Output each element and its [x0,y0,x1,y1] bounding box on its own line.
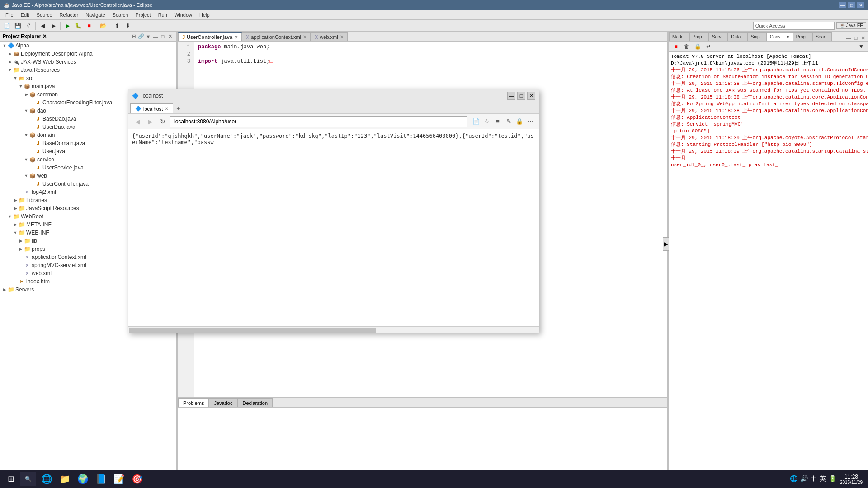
prev-annotation-button[interactable]: ⬆ [112,21,122,31]
expand-web[interactable]: ▼ [24,173,29,178]
forward-button[interactable]: ▶ [48,21,58,31]
menu-edit[interactable]: Edit [17,11,33,19]
more-icon[interactable]: ⋯ [525,117,535,127]
taskbar-app-onenote[interactable]: 📘 [92,470,109,488]
edit-icon[interactable]: ✎ [504,117,514,127]
next-annotation-button[interactable]: ⬇ [123,21,133,31]
right-panel-maximize[interactable]: □ [853,35,859,41]
quick-access-input[interactable]: Quick Access [753,22,835,30]
tab-user-controller-close[interactable]: ✕ [234,35,238,40]
taskbar-network-icon[interactable]: 🌐 [790,475,797,483]
tree-item-deployment[interactable]: ▶ 📦 Deployment Descriptor: Alpha [0,50,176,58]
right-tab-servers[interactable]: Serv... [709,32,728,41]
security-icon[interactable]: 🔒 [514,117,524,127]
taskbar-app-file-explorer[interactable]: 📁 [56,470,73,488]
right-tab-search[interactable]: Sear... [812,32,832,41]
menu-source[interactable]: Source [33,11,56,19]
maximize-button[interactable]: □ [848,2,855,8]
menu-search[interactable]: Search [109,11,132,19]
menu-window[interactable]: Window [171,11,196,19]
browser-close-button[interactable]: ✕ [527,92,535,100]
right-tab-data[interactable]: Data... [728,32,747,41]
expand-lib[interactable]: ▶ [18,238,24,244]
collapse-all-button[interactable]: ⊟ [131,33,137,40]
taskbar-app-chrome[interactable]: 🌍 [74,470,91,488]
close-button[interactable]: ✕ [857,2,864,8]
bottom-tab-problems[interactable]: Problems [178,398,209,407]
expand-web-inf[interactable]: ▼ [13,230,18,235]
right-panel-minimize[interactable]: — [845,35,852,41]
debug-button[interactable]: 🐛 [73,21,83,31]
menu-navigate[interactable]: Navigate [82,11,108,19]
run-button[interactable]: ▶ [62,21,72,31]
browser-horizontal-scrollbar[interactable] [128,326,539,333]
console-stop-button[interactable]: ■ [671,42,681,52]
right-panel-close[interactable]: ✕ [860,35,866,41]
back-button[interactable]: ◀ [38,21,47,31]
browser-address-bar[interactable] [170,116,467,127]
bottom-tab-declaration[interactable]: Declaration [237,398,273,407]
right-tab-markers[interactable]: Mark... [669,32,689,41]
tab-web-xml[interactable]: X web.xml ✕ [311,32,348,41]
expand-domain[interactable]: ▼ [24,132,29,138]
browser-maximize-button[interactable]: □ [517,92,525,100]
right-tab-console-close[interactable]: ✕ [786,35,790,39]
expand-java-resources[interactable]: ▼ [7,67,13,73]
expand-js-resources[interactable]: ▶ [13,206,18,211]
expand-jaxws[interactable]: ▶ [7,59,13,65]
nav-menu-icon[interactable]: ≡ [493,117,503,127]
tree-item-alpha[interactable]: ▼ 🔷 Alpha [0,42,176,50]
expand-servers[interactable]: ▶ [2,287,7,292]
browser-minimize-button[interactable]: — [507,92,515,100]
taskbar-ime-en-icon[interactable]: 英 [820,475,826,483]
taskbar-app-edge[interactable]: 🌐 [38,470,55,488]
browser-refresh-button[interactable]: ↻ [157,116,168,127]
tab-web-xml-close[interactable]: ✕ [340,34,344,39]
expand-props[interactable]: ▶ [18,246,24,252]
bookmark-icon[interactable]: ☆ [482,117,492,127]
console-scroll-lock-button[interactable]: 🔒 [693,42,703,52]
expand-src[interactable]: ▼ [13,75,18,81]
expand-main-java[interactable]: ▼ [18,84,24,89]
right-tab-progress[interactable]: Prog... [793,32,812,41]
menu-refactor[interactable]: Refactor [56,11,82,19]
bottom-tab-javadoc[interactable]: Javadoc [209,398,237,407]
taskbar-clock[interactable]: 11:28 2015/11/29 [840,474,863,485]
right-tab-properties[interactable]: Prop... [689,32,709,41]
tab-app-context-close[interactable]: ✕ [303,34,307,39]
browser-forward-button[interactable]: ▶ [145,116,156,127]
console-word-wrap-button[interactable]: ↵ [703,42,713,52]
expand-meta-inf[interactable]: ▶ [13,222,18,227]
reader-icon[interactable]: 📄 [471,117,481,127]
open-button[interactable]: 📂 [98,21,108,31]
taskbar-battery-icon[interactable]: 🔋 [829,475,836,483]
tree-item-java-resources[interactable]: ▼ 📁 Java Resources [0,66,176,74]
menu-run[interactable]: Run [155,11,171,19]
taskbar-volume-icon[interactable]: 🔊 [800,475,808,483]
taskbar-app-eclipse[interactable]: 🎯 [128,470,146,488]
menu-help[interactable]: Help [196,11,213,19]
panel-menu-button[interactable]: ▼ [145,33,151,40]
menu-file[interactable]: File [2,11,17,19]
expand-deployment[interactable]: ▶ [7,51,13,56]
browser-tab-localhost[interactable]: 🔷 localhost ✕ [130,103,173,113]
new-button[interactable]: 📄 [2,21,12,31]
minimize-button[interactable]: — [839,2,846,8]
menu-project[interactable]: Project [132,11,154,19]
panel-close-button[interactable]: ✕ [167,33,173,40]
browser-tab-close[interactable]: ✕ [165,106,168,111]
expand-libraries[interactable]: ▶ [13,197,18,203]
link-editor-button[interactable]: 🔗 [138,33,144,40]
tab-user-controller[interactable]: J UserController.java ✕ [178,32,242,41]
expand-common[interactable]: ▶ [24,92,29,97]
stop-button[interactable]: ■ [84,21,94,31]
panel-maximize-button[interactable]: □ [160,33,166,40]
expand-alpha[interactable]: ▼ [2,43,7,48]
tab-app-context[interactable]: X applicationContext.xml ✕ [242,32,311,41]
right-tab-console[interactable]: Cons... ✕ [767,32,793,41]
right-scroll-arrow[interactable]: ▶ [663,237,669,251]
browser-back-button[interactable]: ◀ [132,116,143,127]
panel-minimize-button[interactable]: — [152,33,159,40]
console-clear-button[interactable]: 🗑 [682,42,692,52]
expand-webroot[interactable]: ▼ [7,214,13,219]
